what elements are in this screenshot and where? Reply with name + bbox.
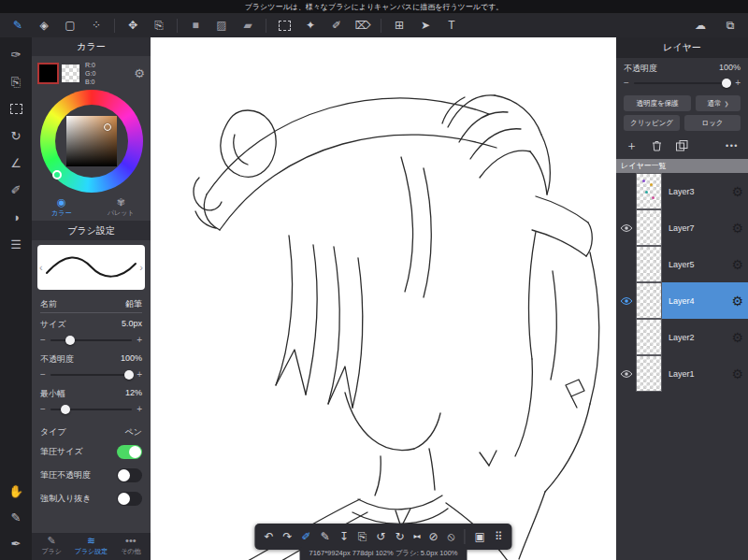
brush-opacity-slider[interactable]: − + (32, 367, 151, 384)
operation-select-tool-icon[interactable]: ➤ (417, 17, 434, 34)
material-icon[interactable]: ▣ (474, 531, 484, 542)
layers-panel-icon[interactable]: ⧉ (722, 17, 739, 34)
tab-other[interactable]: ••• その他 (111, 536, 151, 556)
visibility-eye-icon[interactable] (616, 355, 636, 392)
slider-track[interactable] (50, 409, 132, 410)
duplicate-layer-icon[interactable] (676, 140, 688, 151)
layer-row-layer2[interactable]: Layer2 ⚙ (616, 319, 748, 355)
layer-thumbnail[interactable] (636, 355, 662, 392)
shape-tool-icon[interactable]: ▢ (62, 17, 79, 34)
drawing-canvas[interactable]: ↶ ↷ ✐ ✎ ↧ ⎘ ↺ ↻ ▸◂ ⊘ ⦸ ▣ ⠿ 7167*9924px 7… (151, 37, 616, 560)
tab-brush-settings[interactable]: ≋ ブラシ設定 (71, 536, 110, 556)
minus-icon[interactable]: − (624, 79, 629, 88)
brush-stroke-preview[interactable]: ‹ › (37, 245, 145, 290)
flip-horizontal-icon[interactable]: ▸◂ (413, 533, 419, 540)
rotate-ccw-icon[interactable]: ↺ (376, 531, 385, 542)
eyedropper-icon[interactable]: ✒ (7, 536, 24, 551)
foreground-color-swatch[interactable] (37, 63, 59, 84)
pen-mode-icon[interactable]: ✎ (7, 510, 24, 524)
slider-track[interactable] (50, 374, 132, 376)
pages-icon[interactable]: ⎘ (7, 74, 24, 89)
brush-size-slider[interactable]: − + (32, 333, 151, 350)
minus-icon[interactable]: − (40, 336, 46, 345)
slider-knob[interactable] (722, 79, 731, 88)
tab-palette[interactable]: ✾ パレット (92, 195, 151, 221)
magic-wand-tool-icon[interactable]: ✦ (302, 17, 319, 34)
menu-list-icon[interactable]: ☰ (7, 237, 24, 251)
select-eraser-tool-icon[interactable]: ⌦ (354, 17, 371, 34)
visibility-eye-icon[interactable] (616, 173, 636, 209)
layer-row-layer4[interactable]: Layer4 ⚙ (616, 282, 748, 319)
minus-icon[interactable]: − (40, 370, 46, 380)
pressure-size-toggle[interactable] (117, 445, 142, 459)
tab-color[interactable]: ◉ カラー (32, 195, 92, 221)
layer-settings-gear-icon[interactable]: ⚙ (731, 367, 743, 381)
slider-knob[interactable] (61, 405, 70, 414)
color-settings-gear-icon[interactable]: ⚙ (134, 67, 145, 79)
redo-icon[interactable]: ↷ (283, 531, 293, 542)
slider-track[interactable] (634, 82, 730, 84)
save-icon[interactable]: ↧ (339, 531, 349, 542)
layer-thumbnail[interactable] (636, 282, 662, 319)
visibility-eye-icon[interactable] (616, 209, 636, 246)
layer-row-layer5[interactable]: Layer5 ⚙ (616, 246, 748, 282)
next-brush-arrow-icon[interactable]: › (139, 262, 143, 273)
hand-tool-icon[interactable]: ✋ (7, 483, 24, 498)
slider-knob[interactable] (65, 336, 75, 345)
undo-icon[interactable]: ↶ (264, 531, 273, 542)
layer-settings-gear-icon[interactable]: ⚙ (731, 331, 743, 344)
visibility-eye-icon[interactable] (616, 319, 636, 355)
visibility-eye-icon[interactable] (616, 246, 636, 282)
disable-brush-icon[interactable]: ⊘ (429, 531, 439, 542)
gradient-tool-icon[interactable]: ▰ (239, 17, 256, 34)
transform-tool-icon[interactable]: ⎘ (151, 17, 167, 34)
cloud-brush-icon[interactable]: ☁ (692, 17, 709, 34)
lock-button[interactable]: ロック (684, 115, 741, 131)
layer-thumbnail[interactable] (636, 319, 662, 355)
export-icon[interactable]: ⎘ (358, 531, 367, 542)
bucket-tool-icon[interactable]: ▨ (213, 17, 230, 34)
more-options-icon[interactable]: ••• (726, 141, 739, 151)
divide-tool-icon[interactable]: ⊞ (391, 17, 408, 34)
plus-icon[interactable]: + (137, 336, 142, 345)
selection-icon[interactable] (7, 101, 24, 116)
drag-handle-icon[interactable]: ⠿ (495, 531, 503, 542)
move-tool-icon[interactable]: ✥ (124, 17, 141, 34)
hue-cursor[interactable] (52, 170, 62, 179)
sv-cursor[interactable] (104, 123, 111, 131)
background-color-swatch[interactable] (62, 65, 79, 82)
layer-settings-gear-icon[interactable]: ⚙ (731, 294, 743, 308)
plus-icon[interactable]: + (137, 405, 142, 414)
ruler-icon[interactable]: ∠ (7, 155, 24, 170)
tone-icon[interactable]: ◑ (7, 209, 24, 224)
clear-selection-icon[interactable]: ⦸ (448, 531, 455, 542)
layer-row-layer7[interactable]: Layer7 ⚙ (616, 209, 748, 246)
dot-tool-icon[interactable]: ⁘ (88, 17, 105, 34)
pressure-opacity-toggle[interactable] (117, 468, 142, 482)
delete-layer-icon[interactable] (652, 140, 662, 151)
clipping-button[interactable]: クリッピング (624, 115, 680, 131)
layer-settings-gear-icon[interactable]: ⚙ (731, 185, 743, 198)
add-layer-icon[interactable]: ＋ (626, 137, 638, 154)
layer-settings-gear-icon[interactable]: ⚙ (731, 222, 743, 235)
blend-mode-button[interactable]: 通常 ❯ (696, 95, 741, 111)
color-wheel[interactable] (40, 90, 143, 193)
brush-minwidth-slider[interactable]: − + (32, 402, 151, 419)
tab-brush-list[interactable]: ✎ ブラシ (32, 536, 71, 556)
slider-track[interactable] (50, 339, 132, 341)
rotate-cw-icon[interactable]: ↻ (395, 531, 404, 542)
plus-icon[interactable]: + (137, 370, 142, 380)
minus-icon[interactable]: − (40, 405, 46, 414)
pen-icon[interactable]: ✎ (321, 531, 330, 542)
layer-settings-gear-icon[interactable]: ⚙ (731, 258, 743, 271)
plus-icon[interactable]: + (735, 79, 741, 88)
text-tool-icon[interactable]: T (443, 17, 460, 34)
select-tool-icon[interactable] (276, 17, 293, 34)
protect-alpha-button[interactable]: 透明度を保護 (624, 95, 691, 111)
snap-tool-icon[interactable]: ✑ (7, 47, 24, 62)
layer-thumbnail[interactable] (636, 209, 662, 246)
select-pen-tool-icon[interactable]: ✐ (328, 17, 345, 34)
brush-tool-icon[interactable]: ✎ (9, 17, 26, 34)
fill-tool-icon[interactable]: ■ (187, 17, 204, 34)
layer-thumbnail[interactable] (636, 173, 662, 209)
